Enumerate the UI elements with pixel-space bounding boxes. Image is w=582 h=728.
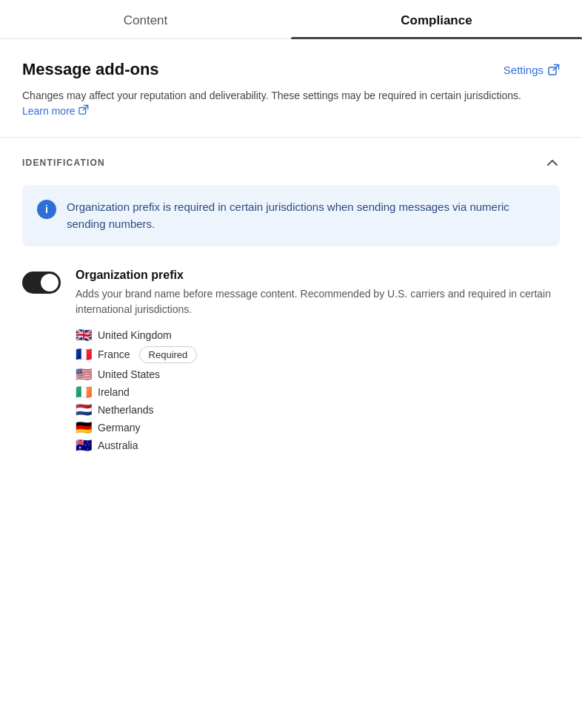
- flag-uk: 🇬🇧: [76, 328, 92, 342]
- section-divider: [0, 137, 582, 138]
- country-name-de: Germany: [98, 422, 141, 434]
- external-link-icon: [548, 64, 560, 75]
- flag-au: 🇦🇺: [76, 439, 92, 452]
- tab-compliance[interactable]: Compliance: [291, 0, 582, 38]
- toggle-title: Organization prefix: [76, 269, 560, 282]
- page-title: Message add-ons: [22, 60, 159, 79]
- country-item-au: 🇦🇺 Australia: [76, 439, 560, 452]
- info-box: i Organization prefix is required in cer…: [22, 185, 560, 246]
- country-name-au: Australia: [98, 439, 138, 451]
- settings-label: Settings: [504, 64, 543, 76]
- country-name-nl: Netherlands: [98, 404, 154, 416]
- country-name-us: United States: [98, 368, 160, 380]
- flag-fr: 🇫🇷: [76, 348, 92, 361]
- required-badge-fr: Required: [139, 346, 198, 363]
- toggle-row: Organization prefix Adds your brand name…: [22, 269, 560, 452]
- country-name-fr: France: [98, 348, 130, 360]
- learn-more-link[interactable]: Learn more: [22, 104, 89, 119]
- section-header: Message add-ons Settings: [22, 60, 560, 79]
- tabs-bar: Content Compliance: [0, 0, 582, 39]
- main-content: Message add-ons Settings Changes may aff…: [0, 39, 582, 474]
- flag-us: 🇺🇸: [76, 368, 92, 381]
- country-item-nl: 🇳🇱 Netherlands: [76, 403, 560, 417]
- toggle-content: Organization prefix Adds your brand name…: [76, 269, 560, 452]
- info-text: Organization prefix is required in certa…: [67, 198, 545, 233]
- toggle-thumb: [41, 274, 58, 291]
- flag-de: 🇩🇪: [76, 421, 92, 434]
- flag-nl: 🇳🇱: [76, 403, 92, 417]
- flag-ie: 🇮🇪: [76, 385, 92, 399]
- identification-label: IDENTIFICATION: [22, 158, 105, 168]
- country-item-us: 🇺🇸 United States: [76, 368, 560, 381]
- description-text: Changes may affect your reputation and d…: [22, 88, 560, 119]
- country-item-fr: 🇫🇷 France Required: [76, 346, 560, 363]
- country-name-ie: Ireland: [98, 386, 130, 398]
- country-item-de: 🇩🇪 Germany: [76, 421, 560, 434]
- tab-content[interactable]: Content: [0, 0, 291, 38]
- learn-more-external-icon: [78, 104, 89, 119]
- chevron-up-icon[interactable]: [545, 155, 560, 170]
- info-icon: i: [37, 200, 56, 219]
- country-item-uk: 🇬🇧 United Kingdom: [76, 328, 560, 342]
- country-list: 🇬🇧 United Kingdom 🇫🇷 France Required 🇺🇸 …: [76, 328, 560, 452]
- identification-header: IDENTIFICATION: [22, 155, 560, 170]
- organization-prefix-toggle[interactable]: [22, 272, 61, 294]
- country-name-uk: United Kingdom: [98, 329, 172, 341]
- country-item-ie: 🇮🇪 Ireland: [76, 385, 560, 399]
- settings-link[interactable]: Settings: [504, 64, 560, 76]
- toggle-description: Adds your brand name before message cont…: [76, 286, 560, 318]
